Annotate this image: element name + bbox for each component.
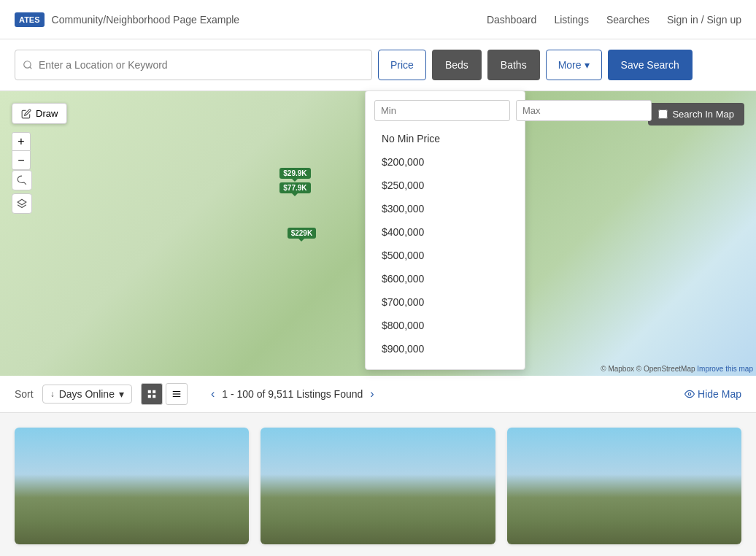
map-price-pin[interactable]: $77.9K	[279, 182, 310, 193]
list-view-button[interactable]	[166, 383, 188, 405]
svg-point-10	[688, 393, 691, 395]
svg-marker-2	[18, 199, 26, 205]
more-label: More	[558, 59, 582, 71]
prev-page-button[interactable]: ‹	[211, 387, 215, 401]
search-input-wrapper	[15, 50, 372, 80]
search-input[interactable]	[39, 59, 364, 71]
price-filter-button[interactable]: Price	[378, 50, 426, 80]
svg-rect-6	[153, 395, 155, 398]
sort-value: Days Online	[59, 388, 115, 400]
svg-rect-3	[148, 390, 151, 393]
view-toggle	[141, 383, 188, 405]
price-option[interactable]: No Min Price	[374, 127, 516, 150]
listing-card[interactable]	[507, 428, 741, 544]
layers-icon	[17, 198, 27, 209]
search-area-wrapper: Price Beds Baths More ▾ Save Search No M…	[0, 39, 756, 91]
list-icon	[171, 389, 182, 399]
house-background	[507, 428, 741, 544]
price-option[interactable]: $600,000	[374, 267, 516, 290]
house-background	[15, 428, 249, 544]
search-in-map-button[interactable]: Search In Map	[648, 103, 744, 126]
layers-tool-button[interactable]	[12, 193, 32, 214]
draw-label: Draw	[36, 108, 58, 119]
price-dropdown-content: No Min Price$200,000$250,000$300,000$400…	[366, 91, 525, 369]
lasso-tool-button[interactable]	[12, 170, 32, 190]
next-page-button[interactable]: ›	[370, 387, 374, 401]
nav-searches[interactable]: Searches	[606, 14, 649, 26]
listings-grid	[0, 413, 756, 556]
hide-map-label: Hide Map	[698, 388, 741, 400]
results-bar: Sort ↓ Days Online ▾ ‹ 1 - 100 of 9,511 …	[0, 376, 756, 413]
logo-area: ATES Community/Neighborhood Page Example	[15, 12, 239, 27]
lasso-icon	[17, 175, 27, 185]
zoom-out-button[interactable]: −	[12, 151, 31, 170]
nav-listings[interactable]: Listings	[554, 14, 588, 26]
nav-dashboard[interactable]: Dashboard	[487, 14, 537, 26]
map-tools	[12, 170, 32, 214]
price-option[interactable]: $400,000	[374, 220, 516, 244]
header: ATES Community/Neighborhood Page Example…	[0, 0, 756, 39]
listing-card[interactable]	[261, 428, 495, 544]
svg-line-1	[30, 67, 32, 69]
price-option[interactable]: $250,000	[374, 174, 516, 197]
header-nav: Dashboard Listings Searches Sign in / Si…	[487, 14, 741, 26]
price-dropdown: No Min Price$200,000$250,000$300,000$400…	[365, 90, 525, 370]
logo: ATES	[15, 12, 45, 27]
more-filter-button[interactable]: More ▾	[546, 50, 602, 80]
map-price-pin[interactable]: $29.9K	[279, 168, 310, 179]
listing-card[interactable]	[15, 428, 249, 544]
eye-icon	[684, 389, 695, 399]
sort-label: Sort	[15, 388, 34, 400]
search-in-map-label: Search In Map	[672, 109, 734, 120]
price-min-input[interactable]	[374, 100, 510, 121]
price-options-list: No Min Price$200,000$250,000$300,000$400…	[374, 127, 516, 360]
price-option[interactable]: $500,000	[374, 244, 516, 267]
save-search-button[interactable]: Save Search	[608, 50, 693, 80]
price-option[interactable]: $800,000	[374, 314, 516, 337]
draw-button[interactable]: Draw	[12, 103, 67, 124]
sort-select-wrapper[interactable]: ↓ Days Online ▾	[42, 385, 132, 404]
search-icon	[23, 60, 33, 70]
map-credit: © Mapbox © OpenStreetMap Improve this ma…	[601, 365, 753, 373]
improve-map-link[interactable]: Improve this map	[697, 365, 753, 373]
house-background	[261, 428, 495, 544]
zoom-controls: + −	[12, 132, 31, 170]
price-max-input[interactable]	[516, 100, 652, 121]
map-price-pin[interactable]: $229K	[288, 228, 316, 239]
nav-signin[interactable]: Sign in / Sign up	[667, 14, 741, 26]
listing-image	[261, 428, 495, 544]
svg-rect-4	[153, 390, 155, 393]
price-option[interactable]: $900,000	[374, 337, 516, 360]
grid-icon	[147, 389, 157, 399]
beds-filter-button[interactable]: Beds	[432, 50, 482, 80]
page-subtitle: Community/Neighborhood Page Example	[52, 14, 240, 26]
zoom-in-button[interactable]: +	[12, 132, 31, 151]
grid-view-button[interactable]	[141, 383, 163, 405]
hide-map-button[interactable]: Hide Map	[684, 388, 741, 400]
price-option[interactable]: $300,000	[374, 197, 516, 220]
svg-point-0	[24, 61, 31, 68]
mapbox-text: © Mapbox © OpenStreetMap	[601, 365, 695, 373]
pencil-icon	[21, 109, 31, 119]
search-area: Price Beds Baths More ▾ Save Search	[0, 39, 756, 91]
price-option[interactable]: $700,000	[374, 290, 516, 314]
listing-image	[15, 428, 249, 544]
sort-down-icon: ↓	[50, 389, 55, 399]
chevron-down-icon: ▾	[585, 59, 590, 71]
sort-chevron-icon: ▾	[119, 388, 124, 400]
svg-rect-5	[148, 395, 151, 398]
baths-filter-button[interactable]: Baths	[487, 50, 540, 80]
listing-image	[507, 428, 741, 544]
price-range-inputs	[374, 100, 516, 121]
price-option[interactable]: $200,000	[374, 150, 516, 174]
pagination: ‹ 1 - 100 of 9,511 Listings Found ›	[211, 387, 374, 401]
search-in-map-checkbox[interactable]	[658, 109, 668, 119]
pagination-text: 1 - 100 of 9,511 Listings Found	[222, 388, 363, 400]
